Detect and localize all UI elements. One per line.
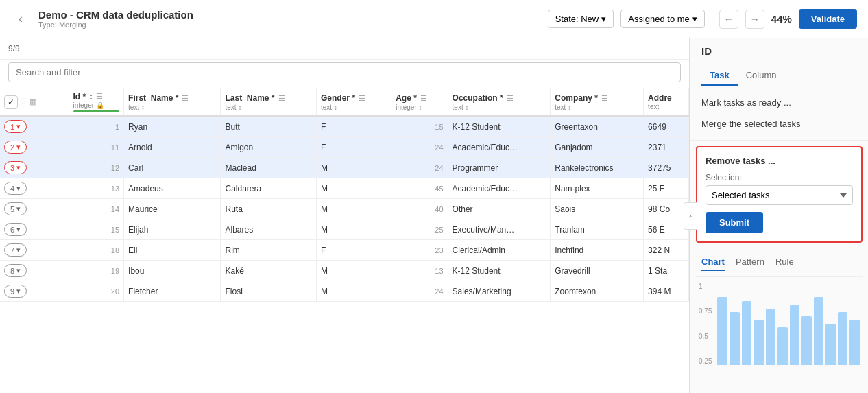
group-badge[interactable]: 2 ▾ <box>4 141 27 154</box>
col-filter-button[interactable]: ☰ <box>601 93 609 104</box>
cell-company: Greentaxon <box>551 116 644 137</box>
cell-gender: M <box>317 178 391 199</box>
cell-address: 6649 <box>644 116 689 137</box>
col-filter-button[interactable]: ☰ <box>278 93 286 104</box>
state-button[interactable]: State: New ▾ <box>548 10 614 28</box>
group-badge[interactable]: 9 ▾ <box>4 285 27 298</box>
group-badge[interactable]: 4 ▾ <box>4 182 27 195</box>
table-row[interactable]: 4 ▾ 13 Amadeus Caldarera M 45 Academic/E… <box>0 178 689 199</box>
cell-occupation: Academic/Educ… <box>448 178 551 199</box>
group-badge[interactable]: 7 ▾ <box>4 243 27 257</box>
app-title-section: Demo - CRM data deduplication Type: Merg… <box>38 9 548 29</box>
back-button[interactable]: ‹ <box>11 10 30 29</box>
group-badge[interactable]: 3 ▾ <box>4 161 27 174</box>
group-badge[interactable]: 6 ▾ <box>4 223 27 236</box>
chart-bar <box>849 320 860 365</box>
submit-button[interactable]: Submit <box>706 212 763 233</box>
group-badge[interactable]: 5 ▾ <box>4 202 27 215</box>
show-columns-button[interactable]: ▦ <box>29 97 37 107</box>
validate-button[interactable]: Validate <box>799 9 857 29</box>
chart-tabs: Chart Pattern Rule <box>696 254 863 277</box>
cell-gender: F <box>317 240 391 261</box>
table-row[interactable]: 3 ▾ 12 Carl Maclead M 24 Programmer Rank… <box>0 158 689 178</box>
collapse-panel-button[interactable]: › <box>684 202 697 230</box>
app-title: Demo - CRM data deduplication <box>38 9 548 21</box>
cell-lastname: Albares <box>221 219 317 240</box>
search-box <box>0 60 689 88</box>
menu-mark-ready[interactable]: Mark tasks as ready ... <box>690 92 868 113</box>
chart-bar <box>777 327 788 365</box>
cell-lastname: Kaké <box>221 261 317 281</box>
table-row[interactable]: 9 ▾ 20 Fletcher Flosi M 24 Sales/Marketi… <box>0 281 689 302</box>
table-row[interactable]: 1 ▾ 1 Ryan Butt F 15 K-12 Student Greent… <box>0 116 689 137</box>
cell-address: 98 Co <box>644 199 689 219</box>
col-filter-button[interactable]: ☰ <box>506 93 514 104</box>
group-badge[interactable]: 8 ▾ <box>4 264 27 277</box>
col-gender: Gender * ☰ text ↕ <box>317 88 391 116</box>
group-badge[interactable]: 1 ▾ <box>4 120 27 133</box>
check-all-button[interactable]: ✓ <box>4 95 18 109</box>
chart-tab[interactable]: Chart <box>701 257 725 271</box>
col-occupation-type: text ↕ <box>453 104 546 111</box>
tab-column[interactable]: Column <box>738 66 785 86</box>
cell-age: 15 <box>391 116 448 137</box>
nav-forward-button[interactable]: → <box>745 10 764 29</box>
col-id-type: integer 🔒 <box>73 102 120 109</box>
table-row[interactable]: 7 ▾ 18 Eli Rim F 23 Clerical/Admin Inchf… <box>0 240 689 261</box>
nav-back-button[interactable]: ← <box>719 10 738 29</box>
chart-bar <box>825 324 836 366</box>
menu-merge[interactable]: Merge the selected tasks <box>690 113 868 134</box>
column-menu-button[interactable]: ☰ <box>19 97 27 107</box>
table-row[interactable]: 2 ▾ 11 Arnold Amigon F 24 Academic/Educ…… <box>0 137 689 158</box>
selection-select[interactable]: Selected tasksAll tasksCurrent task <box>706 185 853 205</box>
col-lastname-type: text ↕ <box>225 104 312 111</box>
col-address-label: Addre <box>648 93 672 103</box>
cell-address: 2371 <box>644 137 689 158</box>
cell-lastname: Amigon <box>221 137 317 158</box>
cell-firstname: Ibou <box>124 261 221 281</box>
pattern-tab[interactable]: Pattern <box>736 257 764 271</box>
remove-tasks-panel: Remove tasks ... Selection: Selected tas… <box>696 146 863 243</box>
table-header-row: ✓ ☰ ▦ Id * ↕ ☰ integer 🔒 <box>0 88 689 116</box>
cell-gender: M <box>317 261 391 281</box>
tab-task[interactable]: Task <box>701 66 738 86</box>
col-filter-button[interactable]: ☰ <box>420 93 428 104</box>
app-type: Type: Merging <box>38 21 548 29</box>
search-input[interactable] <box>8 62 681 82</box>
col-filter-button[interactable]: ☰ <box>358 93 366 104</box>
chart-bar <box>717 297 727 365</box>
cell-firstname: Arnold <box>124 137 221 158</box>
cell-address: 1 Sta <box>644 261 689 281</box>
row-group-cell: 7 ▾ <box>0 240 69 261</box>
col-occupation-label: Occupation * <box>453 93 503 103</box>
row-group-cell: 6 ▾ <box>0 219 69 240</box>
cell-gender: M <box>317 219 391 240</box>
chart-bar <box>742 301 752 366</box>
cell-address: 56 E <box>644 219 689 240</box>
assigned-button[interactable]: Assigned to me ▾ <box>620 10 705 28</box>
table-row[interactable]: 5 ▾ 14 Maurice Ruta M 40 Other Saois 98 … <box>0 199 689 219</box>
chart-bar <box>838 312 848 365</box>
selection-label: Selection: <box>706 173 853 182</box>
cell-company: Gravedrill <box>551 261 644 281</box>
col-filter-button[interactable]: ☰ <box>181 93 189 104</box>
cell-gender: M <box>317 158 391 178</box>
col-company-type: text ↕ <box>555 104 639 111</box>
cell-age: 24 <box>391 158 448 178</box>
cell-id: 12 <box>69 158 124 178</box>
cell-company: Ganjadom <box>551 137 644 158</box>
col-company-label: Company * <box>555 93 598 103</box>
right-tabs: Task Column <box>690 60 868 86</box>
col-filter-button[interactable]: ☰ <box>95 91 104 102</box>
table-row[interactable]: 6 ▾ 15 Elijah Albares M 25 Executive/Man… <box>0 219 689 240</box>
row-group-cell: 8 ▾ <box>0 261 69 281</box>
chevron-down-icon: ▾ <box>16 287 21 296</box>
cell-address: 25 E <box>644 178 689 199</box>
cell-company: Inchfind <box>551 240 644 261</box>
row-group-cell: 4 ▾ <box>0 178 69 199</box>
table-row[interactable]: 8 ▾ 19 Ibou Kaké M 13 K-12 Student Grave… <box>0 261 689 281</box>
rule-tab[interactable]: Rule <box>775 257 794 271</box>
topbar-right: State: New ▾ Assigned to me ▾ ← → 44% Va… <box>548 9 857 29</box>
sort-icon[interactable]: ↕ <box>88 92 93 102</box>
right-menu: Mark tasks as ready ... Merge the select… <box>690 86 868 141</box>
